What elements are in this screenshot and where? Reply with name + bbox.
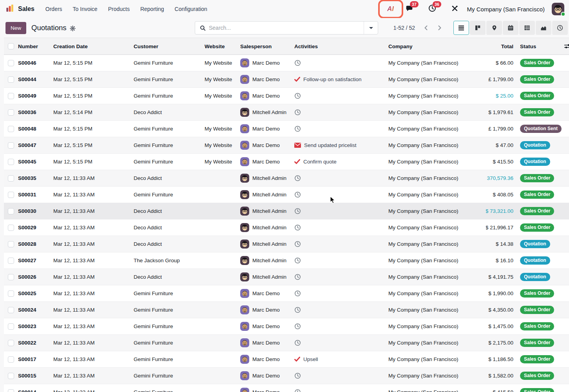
header-website[interactable]: Website: [205, 38, 240, 54]
nav-menu-configuration[interactable]: Configuration: [175, 6, 207, 12]
table-row[interactable]: S00047Mar 12, 5:15 PMGemini FurnitureMy …: [4, 137, 569, 154]
activity-clock-icon[interactable]: [294, 389, 301, 392]
activity-clock-icon[interactable]: [294, 274, 301, 280]
row-activity[interactable]: [294, 236, 388, 252]
row-checkbox[interactable]: [4, 88, 18, 104]
row-activity[interactable]: [294, 203, 388, 219]
new-button[interactable]: New: [5, 22, 26, 34]
pager-previous-button[interactable]: [420, 22, 431, 34]
table-row[interactable]: S00028Mar 12, 11:33 AMDeco AddictMitchel…: [4, 236, 569, 252]
optional-columns-icon[interactable]: [564, 43, 569, 49]
row-activity[interactable]: [294, 170, 388, 186]
activity-clock-icon[interactable]: [294, 224, 301, 231]
activity-clock-icon[interactable]: [294, 125, 301, 132]
row-checkbox[interactable]: [4, 335, 18, 351]
table-row[interactable]: S00049Mar 12, 5:15 PMGemini FurnitureMy …: [4, 88, 569, 104]
activity-clock-icon[interactable]: [294, 241, 301, 247]
header-activities[interactable]: Activities: [294, 38, 388, 54]
table-row[interactable]: S00044Mar 12, 5:15 PMGemini FurnitureMy …: [4, 71, 569, 88]
view-activity-button[interactable]: [552, 21, 568, 35]
header-customer[interactable]: Customer: [134, 38, 205, 54]
table-row[interactable]: S00045Mar 12, 5:15 PMGemini FurnitureMy …: [4, 154, 569, 170]
table-row[interactable]: S00046Mar 12, 5:15 PMGemini FurnitureMy …: [4, 55, 569, 71]
row-activity[interactable]: [294, 269, 388, 285]
row-checkbox[interactable]: [4, 104, 18, 120]
row-activity[interactable]: [294, 88, 388, 104]
search-bar[interactable]: [195, 21, 378, 34]
view-map-button[interactable]: [486, 21, 502, 35]
select-all-checkbox[interactable]: [4, 38, 18, 54]
row-checkbox[interactable]: [4, 154, 18, 170]
row-checkbox[interactable]: [4, 252, 18, 269]
row-checkbox[interactable]: [4, 170, 18, 186]
pager-next-button[interactable]: [434, 22, 445, 34]
table-row[interactable]: S00014Mar 12, 11:33 AMGemini FurnitureMa…: [4, 384, 569, 392]
row-activity[interactable]: [294, 302, 388, 318]
row-activity[interactable]: Confirm quote: [294, 154, 388, 170]
row-checkbox[interactable]: [4, 269, 18, 285]
row-activity[interactable]: [294, 220, 388, 236]
activity-clock-icon[interactable]: [294, 109, 301, 116]
row-activity[interactable]: [294, 252, 388, 269]
row-checkbox[interactable]: [4, 121, 18, 137]
activity-check-icon[interactable]: [294, 159, 300, 164]
activity-clock-icon[interactable]: [294, 208, 301, 214]
row-checkbox[interactable]: [4, 236, 18, 252]
row-activity[interactable]: Follow-up on satisfaction: [294, 71, 388, 87]
row-activity[interactable]: [294, 104, 388, 120]
row-activity[interactable]: Send updated pricelist: [294, 137, 388, 153]
row-activity[interactable]: [294, 121, 388, 137]
row-checkbox[interactable]: [4, 203, 18, 219]
header-salesperson[interactable]: Salesperson: [240, 38, 294, 54]
row-checkbox[interactable]: [4, 220, 18, 236]
row-checkbox[interactable]: [4, 71, 18, 87]
row-checkbox[interactable]: [4, 55, 18, 71]
table-row[interactable]: S00026Mar 12, 11:33 AMDeco AddictMitchel…: [4, 269, 569, 285]
nav-menu-reporting[interactable]: Reporting: [140, 6, 164, 12]
messages-button[interactable]: 37: [404, 4, 415, 14]
view-calendar-button[interactable]: [503, 21, 518, 35]
activity-clock-icon[interactable]: [294, 307, 301, 313]
row-checkbox[interactable]: [4, 318, 18, 334]
row-checkbox[interactable]: [4, 302, 18, 318]
activity-clock-icon[interactable]: [294, 290, 301, 297]
table-row[interactable]: S00017Mar 12, 11:33 AMGemini FurnitureMa…: [4, 351, 569, 368]
table-row[interactable]: S00025Mar 12, 11:33 AMGemini FurnitureMa…: [4, 285, 569, 302]
activity-clock-icon[interactable]: [294, 191, 301, 198]
company-switcher[interactable]: My Company (San Francisco): [467, 6, 545, 13]
table-row[interactable]: S00029Mar 12, 11:33 AMDeco AddictMitchel…: [4, 220, 569, 236]
row-activity[interactable]: [294, 335, 388, 351]
activity-clock-icon[interactable]: [294, 257, 301, 264]
activity-check-icon[interactable]: [294, 77, 300, 82]
table-row[interactable]: S00024Mar 12, 11:33 AMGemini FurnitureMa…: [4, 302, 569, 318]
activity-clock-icon[interactable]: [294, 93, 301, 99]
header-creation-date[interactable]: Creation Date: [53, 38, 134, 54]
activity-clock-icon[interactable]: [294, 339, 301, 346]
view-list-button[interactable]: [453, 21, 469, 35]
row-activity[interactable]: [294, 55, 388, 71]
row-checkbox[interactable]: [4, 187, 18, 203]
view-pivot-button[interactable]: [519, 21, 535, 35]
view-graph-button[interactable]: [536, 21, 551, 35]
activity-mail-icon[interactable]: [294, 143, 301, 148]
row-activity[interactable]: Upsell: [294, 351, 388, 367]
search-filters-dropdown-button[interactable]: [364, 22, 378, 34]
row-checkbox[interactable]: [4, 368, 18, 384]
activities-button[interactable]: 36: [427, 4, 437, 14]
header-number[interactable]: Number: [18, 38, 53, 54]
row-activity[interactable]: [294, 318, 388, 334]
row-checkbox[interactable]: [4, 351, 18, 367]
nav-menu-products[interactable]: Products: [108, 6, 130, 12]
row-checkbox[interactable]: [4, 384, 18, 392]
nav-menu-to-invoice[interactable]: To Invoice: [73, 6, 98, 12]
row-checkbox[interactable]: [4, 285, 18, 301]
row-activity[interactable]: [294, 187, 388, 203]
table-row[interactable]: S00048Mar 12, 5:15 PMGemini FurnitureMy …: [4, 121, 569, 137]
header-status[interactable]: Status: [516, 38, 562, 54]
header-total[interactable]: Total: [486, 38, 516, 54]
row-activity[interactable]: [294, 368, 388, 384]
table-row[interactable]: S00031Mar 12, 11:33 AMGemini FurnitureMi…: [4, 187, 569, 203]
activity-clock-icon[interactable]: [294, 323, 301, 330]
row-activity[interactable]: [294, 384, 388, 392]
app-brand[interactable]: Sales: [5, 4, 34, 14]
